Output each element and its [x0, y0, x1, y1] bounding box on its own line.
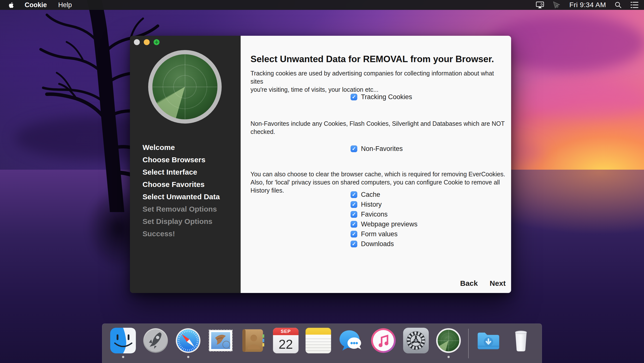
dock-item-notes[interactable]: [306, 328, 331, 358]
launchpad-rocket-icon: [143, 328, 168, 354]
minimize-button[interactable]: [144, 39, 150, 45]
webpage-previews-label: Webpage previews: [361, 220, 418, 228]
cache-row: Cache: [350, 190, 418, 200]
zoom-button[interactable]: [154, 39, 160, 45]
trash-icon: [508, 328, 534, 354]
webpage-previews-row: Webpage previews: [350, 219, 418, 229]
step-select-unwanted-data[interactable]: Select Unwanted Data: [142, 190, 237, 203]
contacts-book-icon: [240, 328, 266, 354]
step-choose-favorites[interactable]: Choose Favorites: [142, 178, 237, 190]
cache-checkbox[interactable]: [350, 191, 357, 198]
back-button[interactable]: Back: [460, 279, 478, 288]
downloads-row: Downloads: [350, 239, 418, 249]
notification-center-icon[interactable]: [630, 2, 638, 8]
non-favorites-row: Non-Favorites: [350, 145, 403, 152]
cloud-shape: [488, 15, 644, 72]
dock-item-cookie[interactable]: [436, 328, 461, 358]
radar-icon: [148, 50, 222, 124]
menu-help[interactable]: Help: [58, 1, 72, 9]
step-select-interface[interactable]: Select Interface: [142, 166, 237, 178]
dock-item-messages[interactable]: [338, 328, 364, 358]
itunes-music-icon: [370, 328, 396, 354]
non-favorites-label: Non-Favorites: [361, 145, 403, 153]
downloads-folder-icon: [476, 328, 501, 354]
non-favorites-text: Non-Favorites include any Cookies, Flash…: [250, 120, 507, 136]
menu-app-name[interactable]: Cookie: [25, 1, 47, 9]
dock-item-mail[interactable]: [208, 328, 234, 358]
dock-item-calendar[interactable]: SEP 22: [273, 328, 298, 358]
dock-item-system-preferences[interactable]: [403, 328, 429, 358]
next-button[interactable]: Next: [490, 279, 506, 288]
history-checkbox[interactable]: [350, 201, 357, 208]
messages-bubble-icon: [338, 328, 364, 354]
dock-item-launchpad[interactable]: [143, 328, 168, 358]
tracking-cookies-checkbox[interactable]: [350, 94, 357, 100]
webpage-previews-checkbox[interactable]: [350, 221, 357, 228]
form-values-label: Form values: [361, 230, 398, 238]
history-row: History: [350, 200, 418, 209]
page-title: Select Unwanted Data for REMOVAL from yo…: [250, 54, 494, 64]
favicons-checkbox[interactable]: [350, 211, 357, 218]
wizard-sidebar: Welcome Choose Browsers Select Interface…: [130, 36, 241, 293]
intro-text: Tracking cookies are used by advertising…: [250, 69, 507, 94]
menu-clock[interactable]: Fri 9:34 AM: [569, 1, 606, 9]
favicons-row: Favicons: [350, 209, 418, 219]
dock-item-trash[interactable]: [508, 328, 534, 358]
safari-compass-icon: [175, 328, 201, 354]
tracking-cookies-row: Tracking Cookies: [350, 94, 412, 100]
running-indicator: [122, 356, 124, 358]
wizard-content: Select Unwanted Data for REMOVAL from yo…: [241, 36, 511, 293]
cookie-wizard-window: Welcome Choose Browsers Select Interface…: [130, 36, 511, 293]
menu-bar: Cookie Help Fri 9:34 AM: [0, 0, 644, 10]
spotlight-search-icon[interactable]: [614, 1, 622, 9]
tracking-cookies-label: Tracking Cookies: [361, 93, 412, 101]
non-favorites-checkbox[interactable]: [350, 146, 357, 152]
wizard-steps-nav: Welcome Choose Browsers Select Interface…: [142, 141, 237, 240]
running-indicator: [448, 356, 450, 358]
calendar-month: SEP: [273, 328, 298, 335]
history-label: History: [361, 201, 382, 208]
notes-icon: [306, 328, 331, 354]
running-indicator: [187, 356, 189, 358]
data-checkbox-list: Cache History Favicons Webpage previews …: [350, 190, 418, 249]
form-values-checkbox[interactable]: [350, 231, 357, 238]
apple-menu-icon[interactable]: [8, 1, 15, 9]
display-mirroring-icon[interactable]: [536, 1, 544, 9]
step-welcome[interactable]: Welcome: [142, 141, 237, 154]
downloads-label: Downloads: [361, 240, 394, 248]
desktop: Cookie Help Fri 9:34 AM: [0, 0, 644, 363]
gear-icon: [403, 328, 429, 354]
dock-item-safari[interactable]: [175, 328, 201, 358]
form-values-row: Form values: [350, 229, 418, 239]
dock-item-downloads[interactable]: [476, 328, 501, 358]
downloads-checkbox[interactable]: [350, 241, 357, 247]
screen-pointer-icon[interactable]: [552, 1, 560, 9]
cloud-shape: [523, 82, 644, 118]
step-success: Success!: [142, 228, 237, 240]
wizard-footer: Back Next: [460, 279, 506, 288]
dock-divider: [468, 329, 469, 358]
calendar-icon: SEP 22: [273, 328, 298, 354]
cache-label: Cache: [361, 191, 380, 198]
close-button[interactable]: [134, 39, 140, 45]
calendar-day: 22: [273, 335, 298, 354]
dock: SEP 22: [102, 324, 542, 363]
step-set-removal-options: Set Removal Options: [142, 203, 237, 215]
traffic-lights: [134, 39, 160, 45]
finder-icon: [110, 328, 136, 354]
cookie-radar-icon: [436, 328, 461, 353]
dock-item-finder[interactable]: [110, 328, 136, 358]
dock-item-itunes[interactable]: [370, 328, 396, 358]
step-set-display-options: Set Display Options: [142, 215, 237, 228]
dock-item-contacts[interactable]: [240, 328, 266, 358]
step-choose-browsers[interactable]: Choose Browsers: [142, 154, 237, 166]
favicons-label: Favicons: [361, 210, 388, 218]
mail-stamp-icon: [208, 328, 234, 354]
